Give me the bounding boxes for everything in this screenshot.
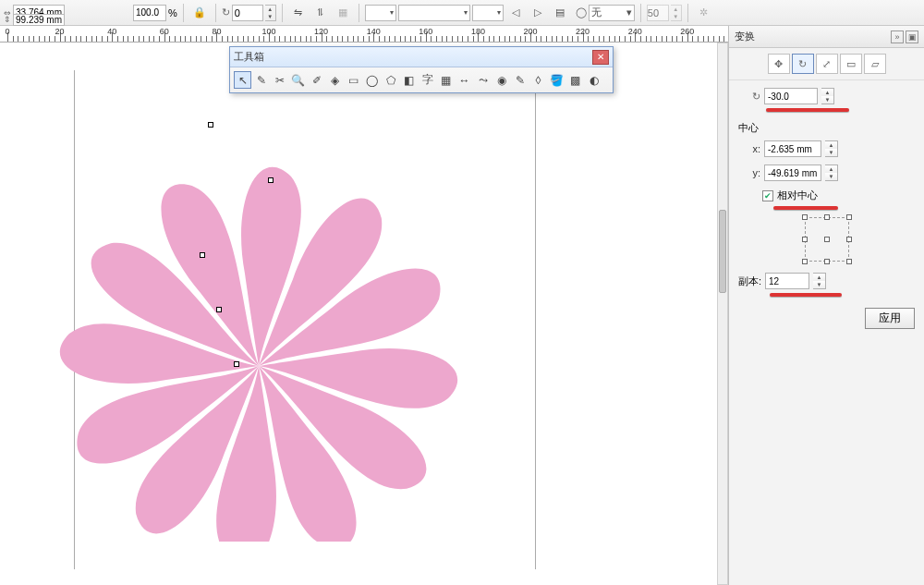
tab-size-icon[interactable]: ▭: [840, 54, 862, 74]
scale-x: %: [133, 5, 177, 21]
tab-position-icon[interactable]: ✥: [768, 54, 790, 74]
arrow-end-icon[interactable]: ▷: [528, 3, 548, 23]
selection-handle[interactable]: [208, 122, 213, 128]
annotation-underline: [770, 293, 842, 297]
percent-label: %: [168, 7, 177, 18]
table-tool-icon[interactable]: ▦: [437, 71, 455, 89]
rotation-input[interactable]: [232, 5, 263, 21]
outline-style-dropdown[interactable]: ▾: [472, 5, 504, 21]
shape-tool-icon[interactable]: ✎: [252, 71, 270, 89]
transform-docker: 变换 » ▣ ✥ ↻ ⤢ ▭ ▱ ↻ ▲▼ 中心 x: ▲▼ y: ▲▼: [728, 26, 924, 585]
transparency-tool-icon[interactable]: ◐: [585, 71, 602, 89]
connector-tool-icon[interactable]: ⤳: [474, 71, 492, 89]
annotation-underline: [773, 206, 838, 210]
fill-tool-icon[interactable]: 🪣: [548, 71, 565, 89]
docker-header[interactable]: 变换 » ▣: [729, 26, 924, 48]
anchor-grid[interactable]: [805, 217, 849, 262]
copies-spinner[interactable]: ▲▼: [813, 273, 826, 289]
transform-tabs: ✥ ↻ ⤢ ▭ ▱: [729, 48, 924, 80]
text-tool-icon[interactable]: 字: [419, 71, 436, 89]
rectangle-tool-icon[interactable]: ▭: [345, 71, 362, 89]
pick-tool-icon[interactable]: ↖: [234, 71, 251, 89]
dimension-tool-icon[interactable]: ↔: [456, 71, 473, 89]
scale-x-input[interactable]: [133, 5, 166, 21]
align-icon[interactable]: ▦: [333, 3, 353, 23]
scrollbar-thumb[interactable]: [719, 210, 726, 293]
basic-shapes-icon[interactable]: ◧: [400, 71, 418, 89]
rotate-angle-icon: ↻: [738, 91, 760, 103]
rotation-spinner[interactable]: ▲▼: [265, 5, 276, 21]
rotate-panel: ↻ ▲▼ 中心 x: ▲▼ y: ▲▼ ✔ 相对中心 副本:: [729, 80, 924, 310]
center-section-label: 中心: [738, 121, 915, 135]
snap-icon[interactable]: ✲: [694, 3, 714, 23]
center-x-input[interactable]: [764, 140, 821, 157]
blend-tool-icon[interactable]: ◉: [492, 71, 510, 89]
polygon-tool-icon[interactable]: ⬠: [382, 71, 399, 89]
mesh-tool-icon[interactable]: ▩: [566, 71, 584, 89]
separator: [640, 4, 641, 22]
canvas[interactable]: [0, 43, 728, 585]
rotation-angle-input[interactable]: [764, 88, 818, 104]
outline-tool-icon[interactable]: ◊: [529, 71, 547, 89]
dropper-tool-icon[interactable]: ✎: [511, 71, 529, 89]
selection-handle[interactable]: [216, 307, 222, 312]
separator: [359, 4, 359, 22]
selection-handle[interactable]: [200, 252, 205, 258]
relative-center-checkbox[interactable]: ✔: [762, 190, 773, 201]
toolbox-window[interactable]: 工具箱 ✕ ↖ ✎ ✂ 🔍 ✐ ◈ ▭ ◯ ⬠ ◧ 字 ▦ ↔ ⤳ ◉ ✎ ◊ …: [229, 46, 614, 93]
annotation-underline: [766, 108, 849, 112]
x-spinner[interactable]: ▲▼: [825, 140, 838, 157]
flower-artwork[interactable]: [37, 98, 480, 542]
tab-rotate-icon[interactable]: ↻: [792, 54, 814, 74]
mirror-h-icon[interactable]: ⇋: [288, 3, 309, 23]
tab-skew-icon[interactable]: ▱: [864, 54, 886, 74]
page-spinner[interactable]: ▲▼: [671, 5, 682, 21]
mirror-v-icon[interactable]: ⥮: [310, 3, 331, 23]
vertical-scrollbar[interactable]: [717, 43, 728, 585]
crop-tool-icon[interactable]: ✂: [271, 71, 288, 89]
fill-dropdown[interactable]: ▾: [365, 5, 396, 21]
separator: [687, 4, 688, 22]
close-icon[interactable]: ✕: [592, 50, 609, 65]
x-label: x:: [738, 143, 760, 154]
docker-collapse-icon[interactable]: »: [891, 30, 904, 43]
zoom-tool-icon[interactable]: 🔍: [289, 71, 307, 89]
outline-color-dropdown[interactable]: ▾: [398, 5, 470, 21]
y-spinner[interactable]: ▲▼: [825, 165, 838, 181]
docker-close-icon[interactable]: ▣: [906, 30, 918, 43]
outline-width-icon: ◯: [576, 6, 587, 18]
lock-ratio-icon[interactable]: 🔒: [189, 3, 210, 23]
center-y-input[interactable]: [764, 165, 821, 181]
separator: [183, 4, 184, 22]
selection-handle[interactable]: [268, 177, 274, 183]
apply-button[interactable]: 应用: [865, 308, 915, 329]
toolbox-titlebar[interactable]: 工具箱 ✕: [230, 47, 613, 67]
wrap-icon[interactable]: ▤: [550, 3, 570, 23]
rotation-spinner[interactable]: ▲▼: [821, 88, 834, 104]
copies-input[interactable]: [765, 273, 809, 289]
relative-center-label: 相对中心: [777, 189, 818, 202]
y-label: y:: [738, 167, 760, 178]
arrow-start-icon[interactable]: ◁: [505, 3, 526, 23]
pos-y-input[interactable]: [13, 14, 65, 26]
property-bar: ⇔ ⇕ % 🔒 ↻ ▲▼ ⇋ ⥮ ▦ ▾ ▾ ▾ ◁ ▷ ▤ ◯ 无▾ ▲▼ ✲: [0, 0, 924, 26]
copies-label: 副本:: [738, 274, 761, 288]
object-position-y: ⇕: [4, 13, 65, 26]
selection-handle[interactable]: [234, 361, 239, 367]
ellipse-tool-icon[interactable]: ◯: [363, 71, 381, 89]
separator: [215, 4, 216, 22]
docker-title: 变换: [735, 30, 755, 43]
smartfill-tool-icon[interactable]: ◈: [326, 71, 344, 89]
page-num-input[interactable]: [647, 5, 669, 21]
tab-scale-icon[interactable]: ⤢: [816, 54, 838, 74]
freehand-tool-icon[interactable]: ✐: [308, 71, 325, 89]
toolbox-title-label: 工具箱: [234, 50, 264, 64]
toolbox-body: ↖ ✎ ✂ 🔍 ✐ ◈ ▭ ◯ ⬠ ◧ 字 ▦ ↔ ⤳ ◉ ✎ ◊ 🪣 ▩ ◐: [230, 67, 613, 92]
rotate-icon: ↻: [222, 6, 230, 18]
separator: [282, 4, 283, 22]
outline-width-dropdown[interactable]: 无▾: [589, 5, 635, 21]
